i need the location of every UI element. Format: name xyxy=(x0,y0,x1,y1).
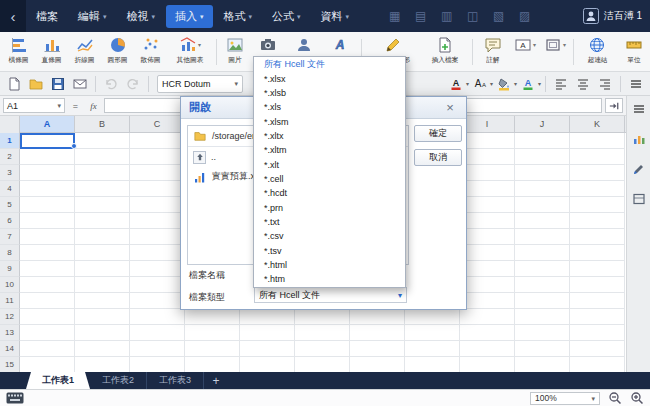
cell-K4[interactable] xyxy=(570,181,625,197)
image-button[interactable]: 圖片 xyxy=(220,32,250,71)
file-type-option[interactable]: *.hcdt xyxy=(254,186,405,200)
view-toggle-icon-2[interactable]: ▤ xyxy=(413,9,428,23)
file-type-option[interactable]: *.cell xyxy=(254,172,405,186)
cell-G14[interactable] xyxy=(350,341,405,357)
cell-A9[interactable] xyxy=(20,261,75,277)
cell-B12[interactable] xyxy=(75,309,130,325)
column-header-K[interactable]: K xyxy=(570,116,625,132)
cell-B9[interactable] xyxy=(75,261,130,277)
cell-I7[interactable] xyxy=(460,229,515,245)
frame-button[interactable]: ▾ xyxy=(540,32,570,71)
cell-I3[interactable] xyxy=(460,165,515,181)
cell-C13[interactable] xyxy=(130,325,185,341)
cell-I6[interactable] xyxy=(460,213,515,229)
open-button[interactable] xyxy=(26,74,46,94)
cell-C9[interactable] xyxy=(130,261,185,277)
insert-file-button[interactable]: 插入檔案 xyxy=(421,32,469,71)
cell-I4[interactable] xyxy=(460,181,515,197)
horizontal-bar-chart-button[interactable]: 橫條圖 xyxy=(2,32,35,71)
align-right-button[interactable] xyxy=(595,74,615,94)
cell-H12[interactable] xyxy=(405,309,460,325)
cell-D12[interactable] xyxy=(185,309,240,325)
cell-C1[interactable] xyxy=(130,133,185,149)
cell-D14[interactable] xyxy=(185,341,240,357)
cell-A8[interactable] xyxy=(20,245,75,261)
row-header-2[interactable]: 2 xyxy=(0,149,20,165)
cell-I2[interactable] xyxy=(460,149,515,165)
cell-I11[interactable] xyxy=(460,293,515,309)
cell-J4[interactable] xyxy=(515,181,570,197)
ok-button[interactable]: 確定 xyxy=(414,125,462,142)
cell-K8[interactable] xyxy=(570,245,625,261)
function-button[interactable]: fx xyxy=(86,101,101,111)
text-style-button[interactable]: A xyxy=(518,74,538,94)
zoom-out-button[interactable] xyxy=(608,391,622,405)
cell-B13[interactable] xyxy=(75,325,130,341)
share-button[interactable] xyxy=(70,74,90,94)
cell-H13[interactable] xyxy=(405,325,460,341)
add-sheet-button[interactable]: + xyxy=(204,372,228,389)
file-type-select[interactable]: 所有 Hcell 文件 ▾ xyxy=(254,287,407,303)
cell-A1[interactable] xyxy=(20,133,75,149)
comment-button[interactable]: 註解 xyxy=(476,32,510,71)
cell-B5[interactable] xyxy=(75,197,130,213)
line-chart-button[interactable]: 折線圖 xyxy=(68,32,101,71)
cell-I14[interactable] xyxy=(460,341,515,357)
cell-C15[interactable] xyxy=(130,357,185,372)
row-header-5[interactable]: 5 xyxy=(0,197,20,213)
equals-button[interactable]: = xyxy=(68,101,83,111)
menu-item-format[interactable]: 格式▾ xyxy=(215,5,262,28)
cell-B11[interactable] xyxy=(75,293,130,309)
save-button[interactable] xyxy=(48,74,68,94)
file-type-option[interactable]: *.prn xyxy=(254,200,405,214)
cell-K13[interactable] xyxy=(570,325,625,341)
cell-F15[interactable] xyxy=(295,357,350,372)
cell-J3[interactable] xyxy=(515,165,570,181)
cell-K5[interactable] xyxy=(570,197,625,213)
cell-I10[interactable] xyxy=(460,277,515,293)
cell-C8[interactable] xyxy=(130,245,185,261)
cell-J2[interactable] xyxy=(515,149,570,165)
fill-color-button[interactable] xyxy=(494,74,514,94)
cell-B8[interactable] xyxy=(75,245,130,261)
column-chart-button[interactable]: 直條圖 xyxy=(35,32,68,71)
cell-B7[interactable] xyxy=(75,229,130,245)
row-header-4[interactable]: 4 xyxy=(0,181,20,197)
cell-J15[interactable] xyxy=(515,357,570,372)
panel-chart-icon[interactable] xyxy=(631,131,647,147)
row-header-8[interactable]: 8 xyxy=(0,245,20,261)
row-header-14[interactable]: 14 xyxy=(0,341,20,357)
row-header-11[interactable]: 11 xyxy=(0,293,20,309)
cell-J12[interactable] xyxy=(515,309,570,325)
cell-A11[interactable] xyxy=(20,293,75,309)
cell-H15[interactable] xyxy=(405,357,460,372)
cell-A15[interactable] xyxy=(20,357,75,372)
cell-C6[interactable] xyxy=(130,213,185,229)
cell-F12[interactable] xyxy=(295,309,350,325)
panel-frame-icon[interactable] xyxy=(631,191,647,207)
cell-B4[interactable] xyxy=(75,181,130,197)
cell-J10[interactable] xyxy=(515,277,570,293)
file-type-option[interactable]: *.tsv xyxy=(254,243,405,257)
cell-F14[interactable] xyxy=(295,341,350,357)
cell-K2[interactable] xyxy=(570,149,625,165)
menu-item-formula[interactable]: 公式▾ xyxy=(263,5,310,28)
view-toggle-icon-3[interactable]: ▥ xyxy=(439,9,454,23)
file-type-option[interactable]: *.html xyxy=(254,258,405,272)
view-toggle-icon-4[interactable]: ◫ xyxy=(465,9,480,23)
cell-A6[interactable] xyxy=(20,213,75,229)
cell-J9[interactable] xyxy=(515,261,570,277)
column-header-A[interactable]: A xyxy=(20,116,75,132)
cell-B6[interactable] xyxy=(75,213,130,229)
file-type-option[interactable]: *.xltm xyxy=(254,143,405,157)
cell-B10[interactable] xyxy=(75,277,130,293)
cell-J14[interactable] xyxy=(515,341,570,357)
panel-menu-icon[interactable] xyxy=(631,101,647,117)
back-button[interactable]: ‹ xyxy=(0,0,26,32)
view-toggle-icon-1[interactable]: ▦ xyxy=(387,9,402,23)
formula-bar-expand-button[interactable] xyxy=(605,98,623,113)
cell-K3[interactable] xyxy=(570,165,625,181)
cell-K1[interactable] xyxy=(570,133,625,149)
new-document-button[interactable] xyxy=(4,74,24,94)
panel-pen-icon[interactable] xyxy=(631,161,647,177)
